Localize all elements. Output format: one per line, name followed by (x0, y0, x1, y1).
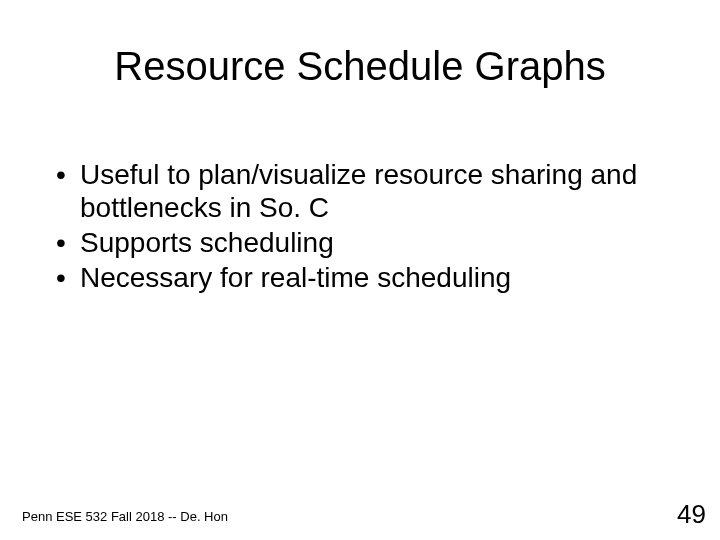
list-item: Supports scheduling (52, 226, 668, 259)
list-item: Useful to plan/visualize resource sharin… (52, 158, 668, 224)
list-item: Necessary for real-time scheduling (52, 261, 668, 294)
slide-title: Resource Schedule Graphs (0, 44, 720, 89)
slide: Resource Schedule Graphs Useful to plan/… (0, 0, 720, 540)
bullet-list: Useful to plan/visualize resource sharin… (52, 158, 668, 294)
slide-footer: Penn ESE 532 Fall 2018 -- De. Hon (22, 509, 228, 524)
page-number: 49 (677, 499, 706, 530)
slide-body: Useful to plan/visualize resource sharin… (52, 158, 668, 296)
